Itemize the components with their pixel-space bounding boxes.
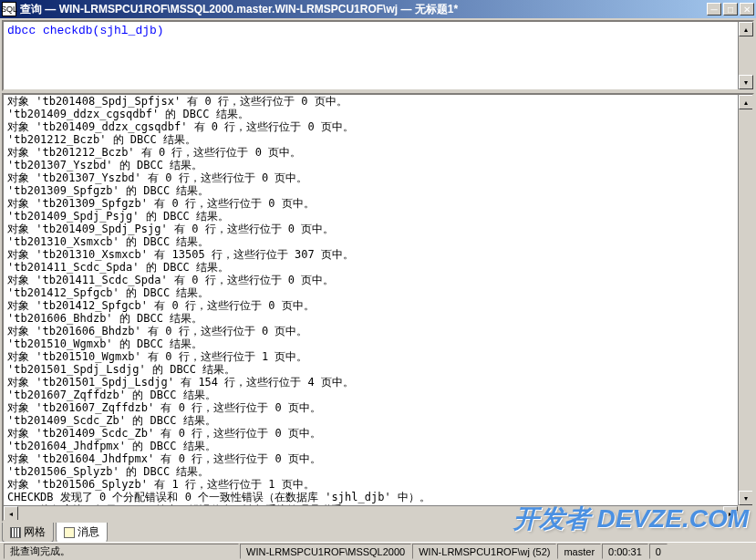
tab-grid[interactable]: 网格 bbox=[2, 523, 54, 543]
maximize-button[interactable]: □ bbox=[723, 3, 738, 16]
scroll-down-icon[interactable]: ▾ bbox=[739, 491, 753, 505]
results-scrollbar-h[interactable]: ◂ ▸ bbox=[4, 505, 738, 520]
scroll-right-icon[interactable]: ▸ bbox=[723, 506, 738, 521]
results-text[interactable]: 对象 'tb201408_Spdj_Spfjsx' 有 0 行，这些行位于 0 … bbox=[4, 95, 752, 516]
query-editor[interactable]: dbcc checkdb(sjhl_djb) ▴ ▾ bbox=[2, 20, 754, 91]
tab-messages[interactable]: 消息 bbox=[56, 523, 108, 543]
scroll-down-icon[interactable]: ▾ bbox=[739, 75, 753, 89]
statusbar: 批查询完成。 WIN-LRMSPCU1ROF\MSSQL2000 WIN-LRM… bbox=[0, 542, 756, 560]
status-user: WIN-LRMSPCU1ROF\wj (52) bbox=[412, 544, 556, 559]
scroll-left-icon[interactable]: ◂ bbox=[4, 506, 18, 521]
minimize-button[interactable]: ─ bbox=[707, 3, 721, 16]
status-rows: 0 bbox=[649, 544, 668, 559]
scroll-up-icon[interactable]: ▴ bbox=[739, 95, 753, 109]
status-time: 0:00:31 bbox=[602, 544, 648, 559]
tabs-bar: 网格 消息 bbox=[2, 522, 754, 542]
window-title: 查询 — WIN-LRMSPCU1ROF\MSSQL2000.master.WI… bbox=[20, 2, 707, 17]
titlebar: SQL 查询 — WIN-LRMSPCU1ROF\MSSQL2000.maste… bbox=[0, 0, 756, 18]
status-db: master bbox=[557, 544, 601, 559]
status-message: 批查询完成。 bbox=[4, 544, 239, 559]
messages-icon bbox=[64, 527, 75, 538]
tab-grid-label: 网格 bbox=[24, 524, 46, 540]
grid-icon bbox=[10, 527, 21, 538]
scroll-up-icon[interactable]: ▴ bbox=[739, 22, 753, 36]
query-text[interactable]: dbcc checkdb(sjhl_djb) bbox=[4, 22, 752, 39]
status-server: WIN-LRMSPCU1ROF\MSSQL2000 bbox=[240, 544, 411, 559]
window-controls: ─ □ ✕ bbox=[707, 3, 754, 16]
scroll-corner bbox=[738, 505, 752, 520]
editor-scrollbar-v[interactable]: ▴ ▾ bbox=[738, 22, 752, 89]
results-scrollbar-v[interactable]: ▴ ▾ bbox=[738, 95, 752, 505]
app-icon: SQL bbox=[2, 2, 16, 16]
results-pane: 对象 'tb201408_Spdj_Spfjsx' 有 0 行，这些行位于 0 … bbox=[2, 93, 754, 522]
close-button[interactable]: ✕ bbox=[740, 3, 754, 16]
tab-messages-label: 消息 bbox=[78, 524, 99, 540]
